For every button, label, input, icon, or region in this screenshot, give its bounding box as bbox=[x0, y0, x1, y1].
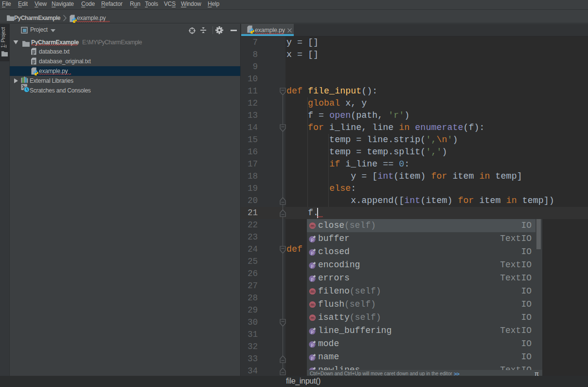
svg-text:m: m bbox=[311, 223, 315, 228]
svg-text:m: m bbox=[311, 302, 315, 307]
svg-text:m: m bbox=[311, 315, 315, 320]
svg-text:m: m bbox=[311, 289, 315, 294]
